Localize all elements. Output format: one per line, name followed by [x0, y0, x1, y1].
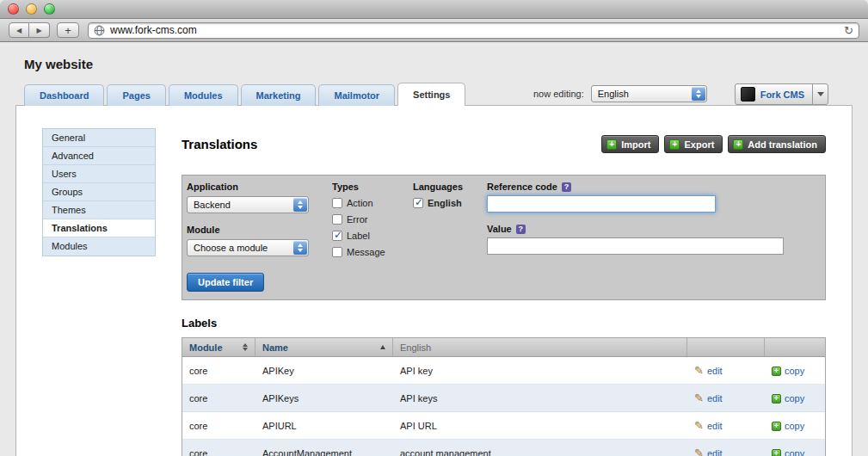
checkbox-row-error[interactable]: Error [332, 214, 385, 225]
table-row: core APIURL API URL ✎edit +copy [182, 412, 825, 440]
now-editing-label: now editing: [533, 89, 584, 99]
edit-link-label: edit [707, 421, 723, 431]
module-select[interactable]: Choose a module [187, 239, 309, 256]
sidebar-item-modules[interactable]: Modules [43, 237, 155, 256]
action-checkbox-label: Action [347, 198, 373, 208]
copy-link[interactable]: +copy [772, 448, 804, 456]
select-arrows-icon [293, 198, 307, 212]
import-button[interactable]: + Import [601, 135, 659, 153]
tab-pages[interactable]: Pages [107, 84, 165, 106]
column-header-english: English [393, 338, 687, 356]
copy-link-label: copy [785, 393, 804, 404]
forward-button[interactable]: ▶ [29, 22, 50, 38]
sidebar-item-groups[interactable]: Groups [43, 183, 155, 201]
checkbox-row-label[interactable]: Label [332, 231, 385, 241]
edit-link[interactable]: ✎edit [694, 366, 723, 376]
checkbox-row-action[interactable]: Action [332, 198, 385, 208]
now-editing: now editing: English [533, 85, 707, 102]
copy-link[interactable]: +copy [772, 393, 804, 404]
message-checkbox[interactable] [332, 247, 342, 257]
import-button-label: Import [621, 139, 650, 150]
cell-english: API key [393, 366, 687, 376]
error-checkbox[interactable] [332, 214, 342, 225]
select-arrows-icon [293, 241, 307, 255]
edit-link[interactable]: ✎edit [694, 448, 723, 456]
language-select[interactable]: English [591, 85, 707, 102]
checkbox-row-english[interactable]: English [413, 198, 463, 208]
sidebar-item-translations[interactable]: Translations [43, 219, 155, 237]
user-menu-arrow[interactable] [812, 84, 828, 104]
tab-marketing[interactable]: Marketing [241, 84, 317, 106]
export-button-label: Export [684, 139, 714, 150]
user-name: Fork CMS [760, 89, 812, 100]
cell-module: core [182, 421, 255, 431]
edit-link[interactable]: ✎edit [694, 421, 723, 431]
table-row: core AccountManagement account managemen… [182, 440, 825, 456]
checkbox-row-message[interactable]: Message [332, 247, 385, 257]
filter-panel: Application Backend Module Choose a modu… [182, 175, 826, 300]
help-icon[interactable]: ? [516, 225, 526, 234]
reference-code-input[interactable] [487, 195, 716, 213]
label-checkbox[interactable] [332, 231, 342, 241]
application-select[interactable]: Backend [187, 196, 309, 213]
globe-icon [94, 25, 105, 36]
plus-icon: + [606, 139, 617, 150]
add-translation-button[interactable]: + Add translation [728, 135, 826, 153]
back-button[interactable]: ◀ [9, 22, 29, 38]
edit-link-label: edit [707, 366, 723, 376]
message-checkbox-label: Message [347, 247, 385, 257]
value-input[interactable] [487, 237, 784, 255]
edit-link[interactable]: ✎edit [694, 393, 723, 404]
select-arrows-icon [692, 87, 705, 101]
sidebar-item-themes[interactable]: Themes [43, 201, 155, 219]
translations-table: Module Name English core APIKey [182, 337, 826, 456]
nav-buttons: ◀ ▶ [9, 22, 50, 38]
help-icon[interactable]: ? [562, 182, 571, 192]
minimize-window-button[interactable] [26, 3, 37, 15]
window-titlebar[interactable] [0, 0, 868, 19]
reload-icon[interactable]: ↻ [844, 25, 853, 36]
copy-link[interactable]: +copy [772, 366, 804, 376]
types-label: Types [332, 182, 385, 192]
english-checkbox[interactable] [413, 198, 423, 208]
sort-icon [243, 343, 248, 351]
address-bar[interactable]: www.fork-cms.com ↻ [88, 22, 859, 39]
new-tab-button[interactable]: + [57, 22, 79, 38]
export-button[interactable]: + Export [664, 135, 723, 153]
cell-english: account management [393, 448, 687, 456]
tab-dashboard[interactable]: Dashboard [24, 84, 104, 106]
sidebar-item-general[interactable]: General [43, 129, 155, 147]
close-window-button[interactable] [8, 3, 19, 15]
sidebar-item-users[interactable]: Users [43, 165, 155, 183]
user-menu[interactable]: Fork CMS [735, 83, 828, 105]
copy-link-label: copy [785, 366, 804, 376]
label-checkbox-label: Label [347, 231, 370, 241]
zoom-window-button[interactable] [44, 3, 55, 15]
column-header-name[interactable]: Name [255, 338, 393, 356]
plus-icon: + [772, 422, 781, 431]
action-checkbox[interactable] [332, 198, 342, 208]
sidebar-item-advanced[interactable]: Advanced [43, 147, 155, 165]
value-label-row: Value ? [487, 224, 784, 234]
application-select-value: Backend [194, 200, 231, 210]
pencil-icon: ✎ [694, 448, 704, 456]
copy-link[interactable]: +copy [772, 421, 804, 431]
tab-modules[interactable]: Modules [169, 84, 238, 106]
avatar [741, 87, 755, 102]
cell-module: core [182, 366, 255, 376]
cell-name: APIURL [255, 421, 393, 431]
languages-label: Languages [413, 182, 463, 192]
filter-selects: Application Backend Module Choose a modu… [187, 182, 317, 256]
table-row: core APIKey API key ✎edit +copy [182, 357, 825, 385]
plus-icon: + [733, 139, 743, 150]
reference-code-label: Reference code [487, 182, 557, 192]
module-label: Module [187, 225, 317, 235]
pencil-icon: ✎ [694, 393, 704, 404]
filter-inputs: Reference code ? Value ? [487, 182, 784, 255]
tab-mailmotor[interactable]: Mailmotor [318, 84, 395, 106]
tab-settings[interactable]: Settings [397, 83, 465, 106]
url-text[interactable]: www.fork-cms.com [110, 24, 844, 36]
column-header-module[interactable]: Module [182, 338, 255, 356]
update-filter-button[interactable]: Update filter [187, 273, 264, 292]
pencil-icon: ✎ [694, 366, 704, 376]
